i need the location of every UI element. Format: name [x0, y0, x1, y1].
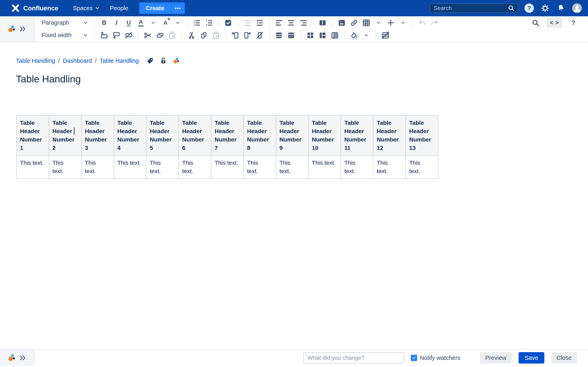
insert-table-chevron[interactable]	[373, 17, 384, 29]
table-cell[interactable]: This text.	[49, 155, 81, 179]
table-cell[interactable]: This text.	[17, 155, 49, 179]
breadcrumb-link-space[interactable]: Table Handling	[16, 58, 55, 64]
table-cell[interactable]: This text.	[114, 155, 146, 179]
space-logo-icon[interactable]	[7, 353, 17, 363]
table-cell[interactable]: This text.	[243, 155, 276, 179]
table-header-cell[interactable]: Table Header Number 11	[341, 115, 373, 155]
outdent-button[interactable]	[242, 17, 253, 29]
numbered-list-button[interactable]: 1 3	[203, 17, 215, 29]
table-cell[interactable]: This text.	[309, 155, 341, 179]
table-cell[interactable]: This text.	[211, 155, 243, 179]
insert-row-above-button[interactable]	[98, 30, 110, 41]
italic-button[interactable]: I	[111, 17, 122, 29]
delete-column-button[interactable]	[254, 30, 265, 41]
insert-more-button[interactable]	[385, 17, 397, 29]
underline-button[interactable]: U	[123, 17, 134, 29]
more-formatting-button[interactable]: A	[160, 17, 171, 29]
cut-column-button[interactable]	[186, 30, 197, 41]
cell-background-color-chevron[interactable]	[361, 30, 372, 41]
table-header-cell[interactable]: Table Header Number 13	[406, 115, 438, 155]
split-cells-button[interactable]	[305, 30, 316, 41]
breadcrumb-link-dashboard[interactable]: Dashboard	[63, 58, 92, 64]
remove-table-button[interactable]	[380, 30, 391, 41]
user-avatar[interactable]	[572, 3, 582, 13]
insert-table-button[interactable]	[361, 17, 372, 29]
bold-button[interactable]: B	[98, 17, 110, 29]
page-title[interactable]: Table Handling	[16, 73, 588, 85]
global-search[interactable]	[430, 3, 518, 13]
copy-column-button[interactable]	[198, 30, 209, 41]
settings-button[interactable]	[540, 3, 550, 13]
space-logo-icon[interactable]	[7, 24, 17, 34]
table-header-cell[interactable]: Table Header Number 5	[146, 115, 179, 155]
block-style-dropdown[interactable]: Paragraph	[39, 19, 91, 26]
paste-column-button[interactable]	[210, 30, 222, 41]
align-left-button[interactable]	[273, 17, 285, 29]
insert-more-chevron[interactable]	[397, 17, 409, 29]
merge-cells-button[interactable]	[285, 30, 297, 41]
text-color-chevron[interactable]	[147, 17, 159, 29]
editor-help-button[interactable]: ?	[568, 17, 579, 29]
table-header-cell[interactable]: Table Header Number 6	[179, 115, 211, 155]
confluence-logo[interactable]: Confluence	[11, 4, 58, 13]
table-header-cell[interactable]: Table Header Number 1	[17, 115, 49, 155]
expand-sidebar-icon[interactable]	[19, 354, 27, 362]
align-right-button[interactable]	[298, 17, 309, 29]
find-replace-button[interactable]	[530, 17, 541, 29]
insert-image-button[interactable]	[336, 17, 347, 29]
table-header-cell[interactable]: Table Header Number 8	[243, 115, 276, 155]
table-header-cell[interactable]: Table Header Number 7	[211, 115, 243, 155]
table-cell[interactable]: This text.	[146, 155, 179, 179]
insert-link-button[interactable]	[348, 17, 360, 29]
nav-item-spaces[interactable]: Spaces	[68, 0, 105, 16]
table-header-cell[interactable]: Table Header Number 2	[49, 115, 81, 155]
redo-button[interactable]	[429, 17, 440, 29]
table-header-cell[interactable]: Table Header Number 9	[276, 115, 309, 155]
bullet-list-button[interactable]	[191, 17, 203, 29]
help-button[interactable]: ?	[524, 3, 534, 13]
table-header-cell[interactable]: Table Header Number 12	[373, 115, 406, 155]
create-more-button[interactable]: •••	[171, 2, 185, 14]
add-column-before-button[interactable]	[229, 30, 241, 41]
header-column-button[interactable]	[317, 30, 328, 41]
cut-row-button[interactable]	[142, 30, 154, 41]
copy-row-button[interactable]	[154, 30, 166, 41]
indent-button[interactable]	[254, 17, 265, 29]
nav-item-people[interactable]: People	[105, 0, 133, 16]
table-cell[interactable]: This text.	[179, 155, 211, 179]
table-cell[interactable]: This text.	[406, 155, 438, 179]
search-input[interactable]	[434, 5, 508, 11]
page-layout-button[interactable]	[317, 17, 328, 29]
more-formatting-chevron[interactable]	[172, 17, 183, 29]
notify-watchers-checkbox[interactable]	[411, 355, 417, 361]
align-center-button[interactable]	[285, 17, 297, 29]
preview-button[interactable]: Preview	[480, 352, 512, 364]
text-color-button[interactable]: A	[135, 17, 147, 29]
table-header-cell[interactable]: Table Header Number 3	[81, 115, 114, 155]
save-button[interactable]: Save	[519, 352, 544, 364]
table-cell[interactable]: This text.	[341, 155, 373, 179]
insert-row-below-button[interactable]	[111, 30, 122, 41]
close-button[interactable]: Close	[551, 352, 577, 364]
delete-row-button[interactable]	[123, 30, 134, 41]
unlock-icon[interactable]	[159, 57, 167, 65]
labels-tag-icon[interactable]	[146, 57, 154, 65]
table-cell[interactable]: This text.	[373, 155, 406, 179]
numbering-column-button[interactable]: 1 2	[329, 30, 341, 41]
header-row-button[interactable]	[273, 30, 285, 41]
space-logo-icon[interactable]	[173, 57, 181, 65]
version-comment-input[interactable]	[303, 352, 404, 363]
table-header-cell[interactable]: Table Header Number 10	[309, 115, 341, 155]
expand-sidebar-icon[interactable]	[19, 25, 27, 33]
add-column-after-button[interactable]	[242, 30, 253, 41]
create-button[interactable]: Create	[139, 2, 171, 14]
search-icon[interactable]	[508, 4, 515, 12]
source-editor-button[interactable]: < >	[546, 18, 562, 28]
paste-row-button[interactable]	[167, 30, 178, 41]
table-header-cell[interactable]: Table Header Number 4	[114, 115, 146, 155]
task-list-button[interactable]	[223, 17, 234, 29]
notifications-button[interactable]	[556, 3, 566, 13]
undo-button[interactable]	[416, 17, 428, 29]
breadcrumb-link-page[interactable]: Table Handling	[100, 58, 139, 64]
table-cell[interactable]: This text.	[276, 155, 309, 179]
